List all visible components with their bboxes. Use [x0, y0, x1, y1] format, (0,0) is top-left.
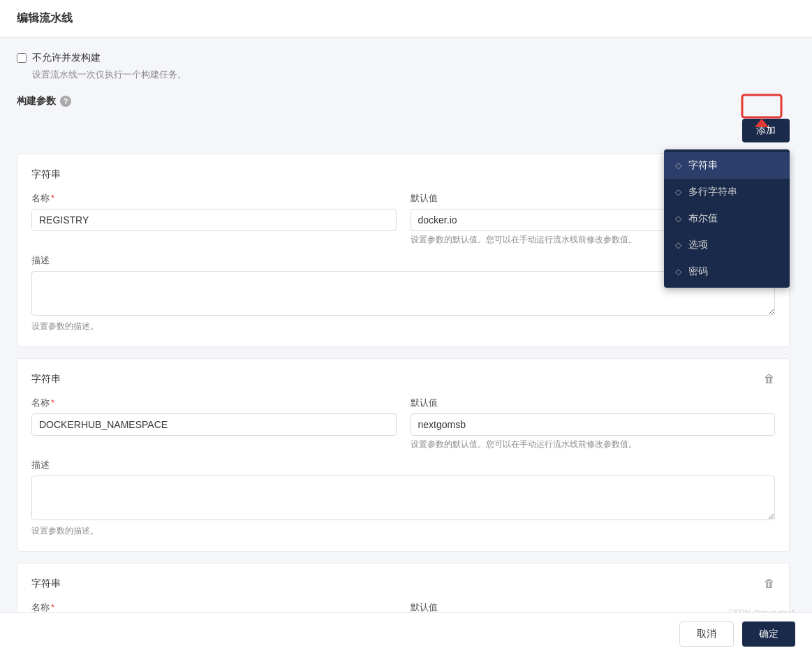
action-bar: 取消 确定: [0, 612, 812, 655]
param-1-name-label: 名称*: [31, 192, 397, 205]
param-3-delete-icon[interactable]: 🗑: [764, 577, 775, 590]
param-2-default-group: 默认值 设置参数的默认值。您可以在手动运行流水线前修改参数值。: [411, 397, 776, 450]
page-container: 编辑流水线 不允许并发构建 设置流水线一次仅执行一个构建任务。 构建参数 ?: [0, 0, 812, 655]
param-1-type: 字符串: [31, 168, 61, 181]
page-header: 编辑流水线: [0, 0, 812, 38]
dropdown-item-bool[interactable]: ◇ 布尔值: [664, 205, 790, 232]
help-icon[interactable]: ?: [60, 96, 71, 107]
param-card-2: 字符串 🗑 名称* 默认值 设置参数的默认值。您可以在手动运行流水线前修改参数值…: [17, 358, 790, 552]
option-icon: ◇: [675, 240, 681, 250]
param-1-name-group: 名称*: [31, 192, 397, 246]
dropdown-menu: ◇ 字符串 ◇ 多行字符串 ◇ 布尔值 ◇ 选项: [664, 149, 790, 288]
content-scroll[interactable]: 不允许并发构建 设置流水线一次仅执行一个构建任务。 构建参数 ?: [17, 52, 795, 652]
concurrent-hint: 设置流水线一次仅执行一个构建任务。: [32, 68, 790, 81]
param-2-delete-icon[interactable]: 🗑: [764, 373, 775, 385]
build-params-label: 构建参数: [17, 95, 56, 108]
page-title: 编辑流水线: [17, 12, 73, 24]
param-2-default-input[interactable]: [411, 413, 776, 436]
bool-icon: ◇: [675, 214, 681, 223]
param-2-name-label: 名称*: [31, 397, 397, 409]
add-btn-container: 添加 ◇ 字符串 ◇ 多行字符串 ◇ 布尔值: [742, 119, 790, 142]
param-2-default-hint: 设置参数的默认值。您可以在手动运行流水线前修改参数值。: [411, 439, 776, 450]
param-2-desc-input[interactable]: [31, 476, 775, 520]
string-icon: ◇: [675, 161, 681, 170]
main-content: 不允许并发构建 设置流水线一次仅执行一个构建任务。 构建参数 ?: [0, 38, 812, 655]
multiline-icon: ◇: [675, 187, 681, 197]
param-card-2-header: 字符串 🗑: [31, 373, 775, 385]
dropdown-label-string: 字符串: [688, 159, 718, 172]
add-button[interactable]: 添加: [742, 119, 790, 142]
dropdown-label-bool: 布尔值: [688, 212, 718, 225]
dropdown-item-multiline[interactable]: ◇ 多行字符串: [664, 179, 790, 205]
confirm-button[interactable]: 确定: [742, 621, 795, 647]
concurrent-checkbox[interactable]: [17, 53, 27, 63]
param-1-desc-hint: 设置参数的描述。: [31, 321, 775, 332]
password-icon: ◇: [675, 267, 681, 277]
param-2-desc-hint: 设置参数的描述。: [31, 525, 775, 537]
dropdown-label-password: 密码: [688, 265, 708, 278]
dropdown-label-multiline: 多行字符串: [688, 186, 737, 198]
param-2-fields: 名称* 默认值 设置参数的默认值。您可以在手动运行流水线前修改参数值。: [31, 397, 775, 450]
dropdown-item-string[interactable]: ◇ 字符串: [664, 152, 790, 179]
concurrent-checkbox-row: 不允许并发构建: [17, 52, 790, 64]
dropdown-item-option[interactable]: ◇ 选项: [664, 232, 790, 258]
param-2-desc-group: 描述 设置参数的描述。: [31, 459, 775, 537]
param-2-name-input[interactable]: [31, 413, 397, 436]
add-btn-row: 添加 ◇ 字符串 ◇ 多行字符串 ◇ 布尔值: [17, 119, 790, 142]
param-1-name-input[interactable]: [31, 209, 397, 231]
cancel-button[interactable]: 取消: [679, 621, 734, 647]
concurrent-section: 不允许并发构建 设置流水线一次仅执行一个构建任务。: [17, 52, 790, 81]
dropdown-label-option: 选项: [688, 239, 708, 251]
param-2-name-group: 名称*: [31, 397, 397, 450]
concurrent-label: 不允许并发构建: [32, 52, 101, 64]
param-2-type: 字符串: [31, 373, 61, 385]
param-2-desc-label: 描述: [31, 459, 775, 471]
build-params-title: 构建参数 ?: [17, 95, 790, 108]
dropdown-item-password[interactable]: ◇ 密码: [664, 258, 790, 285]
param-2-default-label: 默认值: [411, 397, 776, 409]
param-3-type: 字符串: [31, 577, 61, 590]
param-card-3-header: 字符串 🗑: [31, 577, 775, 590]
